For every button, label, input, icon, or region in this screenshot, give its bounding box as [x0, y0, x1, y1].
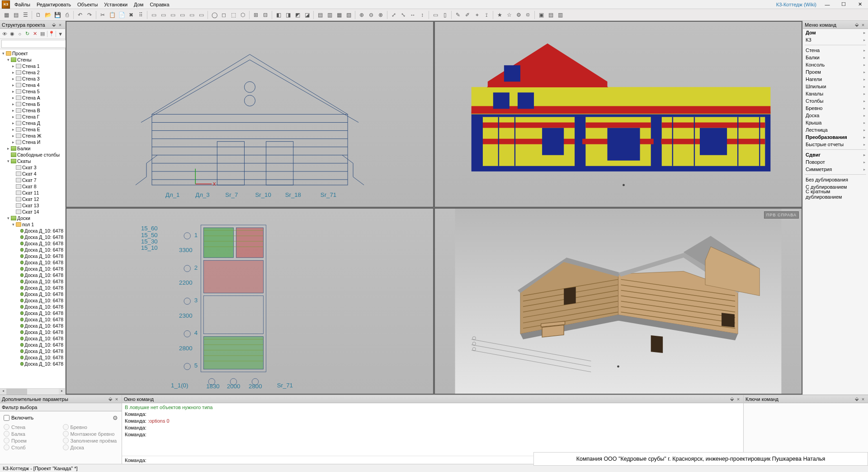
tree-item[interactable]: Доска Д_10: 6478: [0, 253, 65, 259]
tree-item[interactable]: ▸Стена Д: [0, 120, 65, 126]
toolbar-button[interactable]: 📋: [108, 10, 117, 19]
toolbar-button[interactable]: ◩: [293, 10, 302, 19]
menu-Установки[interactable]: Установки: [101, 1, 130, 8]
toolbar-button[interactable]: ▭: [178, 10, 187, 19]
toolbar-button[interactable]: ▥: [556, 10, 565, 19]
tree-item[interactable]: Доска Д_10: 6478: [0, 316, 65, 323]
toolbar-button[interactable]: ◯: [210, 10, 219, 19]
cmd-item-Балки[interactable]: Балки▸: [803, 54, 868, 61]
toolbar-button[interactable]: ⊗: [376, 10, 385, 19]
toolbar-button[interactable]: ⊞: [251, 10, 260, 19]
tree-item[interactable]: Доска Д_10: 6478: [0, 247, 65, 253]
filter-option[interactable]: Проем: [4, 438, 59, 443]
tree-item[interactable]: ▸Стена В: [0, 107, 65, 114]
tree-item[interactable]: ▸Стена 3: [0, 76, 65, 82]
panel-close-icon[interactable]: ×: [735, 396, 741, 402]
tree-hscrollbar[interactable]: ◂▸: [0, 388, 65, 395]
toolbar-button[interactable]: ◨: [283, 10, 292, 19]
toolbar-button[interactable]: ✐: [463, 10, 472, 19]
toolbar-button[interactable]: ⊟: [261, 10, 270, 19]
tree-item[interactable]: Скат 7: [0, 177, 65, 183]
toolbar-button[interactable]: ↷: [85, 10, 94, 19]
cmd-item-Поворот[interactable]: Поворот▸: [803, 158, 868, 166]
cmd-item-К3[interactable]: К3▸: [803, 36, 868, 43]
toolbar-button[interactable]: ▭: [168, 10, 177, 19]
toolbar-button[interactable]: ▭: [149, 10, 158, 19]
cmd-item-Проем[interactable]: Проем▸: [803, 68, 868, 76]
filter-option[interactable]: Столб: [4, 444, 59, 450]
tree-item[interactable]: Скат 3: [0, 164, 65, 171]
tree-item[interactable]: Доска Д_10: 6478: [0, 335, 65, 342]
filter-enable-checkbox[interactable]: [4, 415, 9, 421]
tree-item[interactable]: Доска Д_10: 6478: [0, 354, 65, 361]
globe-icon[interactable]: ◉: [9, 30, 16, 38]
toolbar-button[interactable]: ↶: [75, 10, 85, 19]
panel-close-icon[interactable]: ×: [113, 396, 120, 402]
filter-option[interactable]: Стена: [4, 424, 59, 430]
tree-item[interactable]: ▸Стена Ж: [0, 133, 65, 139]
panel-pin-icon[interactable]: ⬙: [51, 22, 57, 28]
cmd-item-Лестница[interactable]: Лестница▸: [803, 126, 868, 133]
window-minimize-button[interactable]: —: [819, 0, 835, 9]
tree-item[interactable]: ▸Стена Г: [0, 114, 65, 120]
toolbar-button[interactable]: ▯: [440, 10, 449, 19]
cmd-item-Шпильки[interactable]: Шпильки▸: [803, 83, 868, 90]
toolbar-button[interactable]: ↔: [408, 10, 417, 19]
cmd-item-Консоль[interactable]: Консоль▸: [803, 61, 868, 68]
toolbar-button[interactable]: ▭: [431, 10, 440, 19]
tree-item[interactable]: Скат 8: [0, 183, 65, 190]
tree-item[interactable]: Доска Д_10: 6478: [0, 240, 65, 247]
toolbar-button[interactable]: ⠿: [136, 10, 145, 19]
toolbar-button[interactable]: ▭: [187, 10, 196, 19]
window-close-button[interactable]: ✕: [852, 0, 868, 9]
toolbar-button[interactable]: ⤢: [389, 10, 398, 19]
window-maximize-button[interactable]: ☐: [835, 0, 852, 9]
tree-item[interactable]: Скат 13: [0, 202, 65, 209]
toolbar-button[interactable]: ◪: [302, 10, 311, 19]
tree-item[interactable]: ▸Стена 5: [0, 88, 65, 95]
toolbar-button[interactable]: ⊕: [357, 10, 366, 19]
tree-item[interactable]: Скат 12: [0, 196, 65, 202]
tree-item[interactable]: ▸Стена 4: [0, 82, 65, 88]
tree-item[interactable]: ▸Стена А: [0, 95, 65, 101]
toolbar-button[interactable]: ✎: [453, 10, 462, 19]
cmd-item-Стена[interactable]: Стена▸: [803, 47, 868, 54]
tree-item[interactable]: ▾Стены: [0, 57, 65, 63]
tree-item[interactable]: ▸Стена 1: [0, 63, 65, 69]
toolbar-button[interactable]: ▧: [344, 10, 353, 19]
toolbar-button[interactable]: ✖: [127, 10, 136, 19]
filter-option[interactable]: Бревно: [63, 424, 118, 430]
tree-item[interactable]: Доска Д_10: 6478: [0, 329, 65, 335]
cmd-item-Каналы[interactable]: Каналы▸: [803, 90, 868, 97]
tree-item[interactable]: Доска Д_10: 6478: [0, 285, 65, 291]
tree-item[interactable]: Свободные столбы: [0, 152, 65, 158]
toolbar-button[interactable]: ⎙: [62, 10, 71, 19]
toolbar-button[interactable]: ⌖: [472, 10, 481, 19]
tree-item[interactable]: ▾Скаты: [0, 158, 65, 164]
tree-item[interactable]: Доска Д_10: 6478: [0, 361, 65, 367]
cmd-item-Симметрия[interactable]: Симметрия▸: [803, 166, 868, 173]
toolbar-button[interactable]: ⚙: [514, 10, 523, 19]
toolbar-button[interactable]: ▦: [335, 10, 344, 19]
cmd-item-Нагели[interactable]: Нагели▸: [803, 76, 868, 83]
tree-item[interactable]: Доска Д_10: 6478: [0, 304, 65, 310]
toolbar-button[interactable]: ▤: [546, 10, 555, 19]
toolbar-button[interactable]: ▤: [316, 10, 325, 19]
tree-item[interactable]: ▾Проект: [0, 50, 65, 57]
toolbar-button[interactable]: 📂: [43, 10, 52, 19]
tree-item[interactable]: Доска Д_10: 6478: [0, 291, 65, 297]
delete-icon[interactable]: ✕: [32, 30, 38, 38]
cmd-item-Доска[interactable]: Доска▸: [803, 112, 868, 119]
tree-item[interactable]: Доска Д_10: 6478: [0, 323, 65, 329]
tree-item[interactable]: Доска Д_10: 6478: [0, 272, 65, 278]
filter-option[interactable]: Монтажное бревно: [63, 431, 118, 437]
tree-item[interactable]: ▸Балки: [0, 145, 65, 152]
eye-icon[interactable]: 👁: [1, 30, 8, 38]
tree-item[interactable]: ▾Доски: [0, 215, 65, 221]
tree-item[interactable]: Скат 14: [0, 209, 65, 215]
filter-tab-title[interactable]: Фильтр выбора: [2, 405, 37, 410]
cmd-item-Бревно[interactable]: Бревно▸: [803, 105, 868, 112]
tree-item[interactable]: Скат 4: [0, 171, 65, 177]
tree-item[interactable]: ▸Стена Б: [0, 101, 65, 107]
panel-pin-icon[interactable]: ⬙: [729, 396, 735, 402]
